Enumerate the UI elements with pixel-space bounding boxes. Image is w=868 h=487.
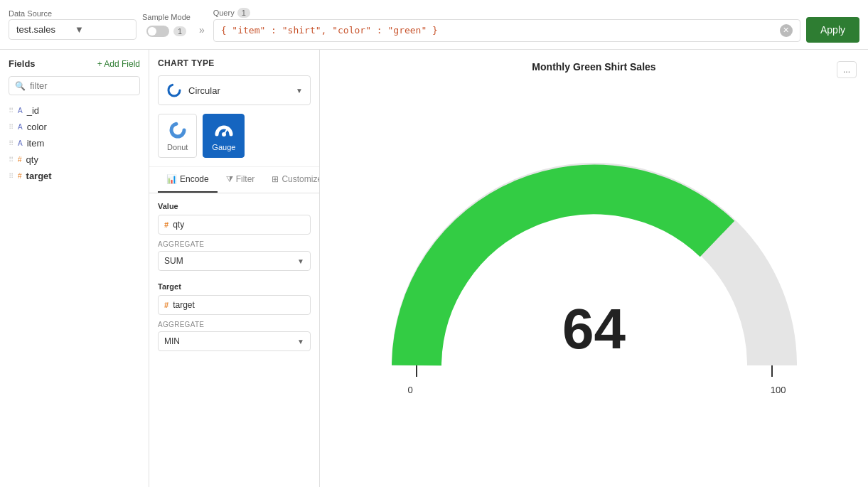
encode-tabs: 📊 Encode ⧩ Filter ⊞ Customize: [149, 167, 319, 193]
main-layout: Fields + Add Field 🔍 ⠿ A _id ⠿ A color ⠿…: [0, 50, 868, 487]
data-source-select[interactable]: test.sales ▼: [9, 19, 136, 40]
gauge-max-label: 100: [771, 385, 786, 395]
target-aggregate-select[interactable]: MIN ▼: [158, 331, 311, 351]
drag-handle-icon: ⠿: [9, 107, 14, 114]
field-item-color[interactable]: ⠿ A color: [9, 119, 140, 135]
fields-title: Fields: [9, 58, 36, 69]
gauge-icon: [214, 120, 234, 140]
sample-mode-section: Sample Mode 1: [142, 13, 191, 37]
value-encode-group: Value # qty AGGREGATE SUM ▼: [158, 202, 311, 271]
donut-icon: [168, 120, 188, 140]
field-name-color: color: [27, 122, 47, 132]
target-aggregate-label: AGGREGATE: [158, 321, 311, 328]
target-aggregate-chevron-icon: ▼: [297, 338, 304, 346]
toggle-knob: [148, 27, 156, 36]
tab-encode[interactable]: 📊 Encode: [158, 167, 218, 193]
fields-list: ⠿ A _id ⠿ A color ⠿ A item ⠿ # qty ⠿ #: [9, 102, 140, 184]
field-type-text-icon: A: [18, 107, 23, 114]
tab-customize-label: Customize: [282, 174, 320, 184]
customize-tab-icon: ⊞: [272, 174, 279, 184]
value-aggregate-label: AGGREGATE: [158, 240, 311, 248]
query-label: Query: [213, 9, 235, 17]
value-aggregate-chevron-icon: ▼: [297, 257, 304, 265]
fields-panel: Fields + Add Field 🔍 ⠿ A _id ⠿ A color ⠿…: [0, 50, 149, 487]
gauge-min-label: 0: [408, 385, 413, 395]
tab-filter[interactable]: ⧩ Filter: [218, 167, 264, 193]
data-source-value: test.sales: [16, 24, 70, 35]
data-source-section: Data Source test.sales ▼: [9, 9, 136, 40]
drag-handle-icon: ⠿: [9, 139, 14, 147]
query-section: Query 1 ✕: [213, 8, 800, 42]
field-type-text-icon: A: [18, 139, 23, 147]
query-input[interactable]: [221, 25, 776, 36]
target-hash-icon: #: [164, 301, 168, 309]
value-aggregate-value: SUM: [164, 256, 183, 266]
drag-handle-icon: ⠿: [9, 156, 14, 164]
clear-query-button[interactable]: ✕: [780, 24, 793, 37]
encode-section: Value # qty AGGREGATE SUM ▼ Target # tar…: [149, 193, 319, 371]
top-bar: Data Source test.sales ▼ Sample Mode 1 »…: [0, 0, 868, 50]
field-item-qty[interactable]: ⠿ # qty: [9, 151, 140, 168]
chart-header: Monthly Green Shirt Sales ...: [320, 50, 868, 73]
gauge-value: 64: [562, 296, 626, 362]
search-icon: 🔍: [15, 81, 26, 91]
value-label: Value: [158, 202, 311, 210]
tab-customize[interactable]: ⊞ Customize: [263, 167, 320, 193]
sample-mode-label: Sample Mode: [142, 13, 191, 21]
apply-button[interactable]: Apply: [806, 17, 859, 43]
config-panel: Chart Type Circular ▼ Donut: [149, 50, 320, 487]
circular-chart-icon: [166, 82, 183, 99]
chart-type-name: Circular: [188, 85, 290, 96]
chart-type-label: Chart Type: [158, 58, 311, 68]
filter-tab-icon: ⧩: [226, 174, 233, 184]
target-label: Target: [158, 282, 311, 291]
field-type-num-icon: #: [18, 156, 22, 164]
target-aggregate-value: MIN: [164, 336, 180, 346]
value-hash-icon: #: [164, 220, 168, 229]
tab-encode-label: Encode: [180, 174, 209, 184]
data-source-label: Data Source: [9, 9, 136, 18]
chart-area: Monthly Green Shirt Sales ... 64: [320, 50, 868, 487]
target-field-name: target: [173, 300, 195, 310]
fields-search-input[interactable]: [30, 80, 149, 91]
drag-handle-icon: ⠿: [9, 123, 14, 131]
field-type-text-icon: A: [18, 123, 23, 131]
field-item-item[interactable]: ⠿ A item: [9, 135, 140, 151]
value-aggregate-select[interactable]: SUM ▼: [158, 251, 311, 271]
add-field-button[interactable]: + Add Field: [97, 59, 140, 69]
value-field-chip: # qty: [158, 215, 311, 235]
field-item-id[interactable]: ⠿ A _id: [9, 102, 140, 119]
chart-content: 64 0 100: [320, 73, 868, 487]
field-name-item: item: [27, 138, 45, 149]
target-field-chip: # target: [158, 295, 311, 315]
donut-variant[interactable]: Donut: [158, 114, 197, 158]
svg-point-0: [168, 85, 180, 96]
gauge-container: 64 0 100: [360, 131, 829, 401]
field-name-id: _id: [27, 105, 39, 116]
value-field-name: qty: [173, 220, 184, 230]
chart-type-chevron-icon: ▼: [296, 87, 303, 95]
field-type-num-icon: #: [18, 172, 22, 180]
gauge-variant[interactable]: Gauge: [203, 114, 245, 158]
fields-header: Fields + Add Field: [9, 58, 140, 69]
tab-filter-label: Filter: [236, 174, 255, 184]
sample-mode-toggle[interactable]: [146, 26, 169, 37]
field-name-qty: qty: [26, 154, 38, 165]
chevron-down-icon: ▼: [75, 24, 129, 35]
donut-label: Donut: [167, 143, 188, 151]
field-item-target[interactable]: ⠿ # target: [9, 168, 140, 184]
svg-point-1: [171, 124, 184, 137]
chart-type-dropdown[interactable]: Circular ▼: [158, 75, 311, 105]
arrow-divider-icon: »: [196, 24, 208, 36]
chart-variants: Donut Gauge: [158, 114, 311, 158]
field-name-target: target: [26, 171, 52, 181]
query-input-wrapper: ✕: [213, 19, 800, 42]
chart-title: Monthly Green Shirt Sales: [532, 61, 655, 73]
query-badge: 1: [237, 8, 250, 18]
chart-type-section: Chart Type Circular ▼ Donut: [149, 50, 319, 167]
target-encode-group: Target # target AGGREGATE MIN ▼: [158, 282, 311, 351]
encode-tab-icon: 📊: [166, 174, 177, 184]
fields-search-box: 🔍: [9, 76, 140, 95]
sample-mode-badge: 1: [173, 26, 186, 36]
drag-handle-icon: ⠿: [9, 172, 14, 180]
